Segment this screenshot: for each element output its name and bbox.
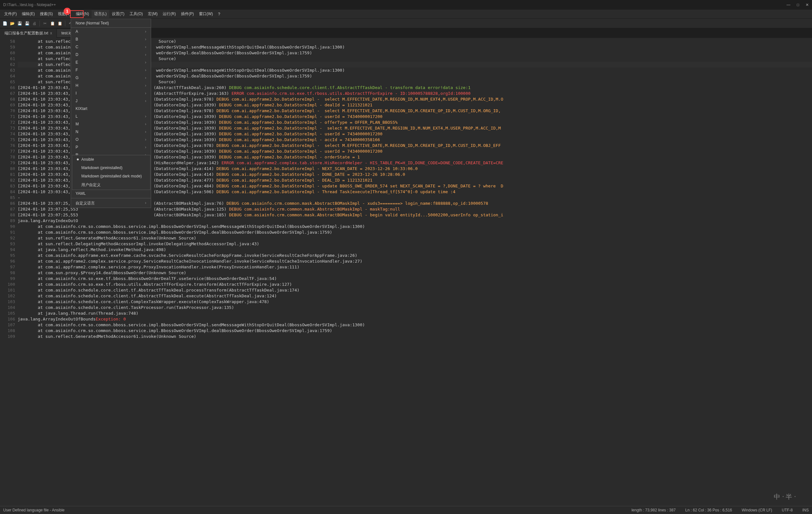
menu-edit[interactable]: 编辑(E): [19, 10, 37, 18]
line-number: 73: [0, 125, 15, 131]
language-letter-a[interactable]: A›: [71, 28, 151, 35]
menu-search[interactable]: 搜索(S): [37, 10, 55, 18]
menu-window[interactable]: 窗口(W): [196, 10, 215, 18]
code-line: at com.asiainfo.crm.so.common.bboss.serv…: [18, 224, 812, 230]
language-letter-l[interactable]: L›: [71, 113, 151, 120]
language-letter-m[interactable]: M›: [71, 120, 151, 128]
code-line: at com.asiainfo.crm.so.exe.tf.rboss.util…: [18, 282, 812, 287]
submenu-ansible[interactable]: Ansible: [72, 155, 150, 164]
language-letter-g[interactable]: G›: [71, 74, 151, 82]
maximize-button[interactable]: □: [797, 3, 799, 7]
line-number: 74: [0, 131, 15, 137]
language-yaml[interactable]: YAML: [71, 190, 151, 197]
open-file-icon[interactable]: 📂: [9, 20, 16, 27]
line-number: 64: [0, 73, 15, 79]
submenu-markdown-dark[interactable]: Markdown (preinstalled dark mode): [72, 172, 150, 180]
menu-run[interactable]: 运行(R): [160, 10, 178, 18]
code-line: at java.lang.reflect.Method.invoke(Metho…: [18, 247, 812, 253]
line-number: 75: [0, 137, 15, 143]
language-letter-j[interactable]: J›: [71, 97, 151, 105]
code-line: at com.asiainfo.schedule.core.client.Com…: [18, 299, 812, 305]
window-title: D:\Tian\...\test.log - Notepad++: [3, 3, 787, 7]
custom-language-submenu: Ansible Markdown (preinstalled) Markdown…: [72, 155, 150, 190]
menu-language[interactable]: 语言(L): [92, 10, 109, 18]
submenu-markdown[interactable]: Markdown (preinstalled): [72, 164, 150, 172]
status-eol: Windows (CR LF): [742, 508, 772, 512]
line-number-gutter: 5859606162636465666768697071727374757677…: [0, 38, 18, 504]
line-number: 86: [0, 201, 15, 206]
copy-icon[interactable]: 📋: [49, 20, 56, 27]
save-icon[interactable]: 💾: [17, 20, 23, 27]
language-letter-c[interactable]: C›: [71, 43, 151, 51]
code-line: at com.asiainfo.crm.so.common.bboss.serv…: [18, 328, 812, 334]
line-number: 87: [0, 206, 15, 212]
tab-config-file[interactable]: 端口报备生产配置数据.txt x: [0, 29, 57, 38]
language-letter-h[interactable]: H›: [71, 82, 151, 89]
language-letter-f[interactable]: F›: [71, 66, 151, 74]
status-length: length : 73,982 lines : 387: [631, 508, 675, 512]
line-number: 103: [0, 299, 15, 305]
menu-bar: 文件(F) 编辑(E) 搜索(S) 视图(V) 编码(N) 语言(L) 设置(T…: [0, 10, 812, 19]
line-number: 89: [0, 218, 15, 224]
code-line: at com.asiainfo.crm.so.common.bboss.serv…: [18, 230, 812, 235]
line-number: 109: [0, 334, 15, 339]
line-number: 108: [0, 328, 15, 334]
menu-help[interactable]: ?: [215, 10, 223, 18]
line-number: 68: [0, 96, 15, 102]
menu-tools[interactable]: 工具(O): [127, 10, 145, 18]
status-encoding: UTF-8: [782, 508, 793, 512]
line-number: 102: [0, 293, 15, 299]
save-all-icon[interactable]: 💾: [24, 20, 30, 27]
submenu-user-defined[interactable]: 用户自定义: [72, 180, 150, 190]
language-letter-n[interactable]: N›: [71, 128, 151, 136]
line-number: 82: [0, 177, 15, 183]
code-line: at com.ai.appframe2.complex.service.prox…: [18, 258, 812, 264]
paste-icon[interactable]: 📋: [57, 20, 63, 27]
line-number: 98: [0, 270, 15, 276]
menu-file[interactable]: 文件(F): [2, 10, 19, 18]
code-line: at com.ai.appframe2.complex.service.prox…: [18, 264, 812, 270]
ime-indicator: 中 ‧ 半 ‧: [774, 492, 796, 501]
language-kixtart[interactable]: KIXtart: [71, 105, 151, 113]
line-number: 92: [0, 235, 15, 241]
bullet-icon: [77, 159, 79, 161]
language-letter-d[interactable]: D›: [71, 51, 151, 58]
menu-separator: [71, 198, 151, 198]
line-number: 80: [0, 166, 15, 172]
language-letter-o[interactable]: O›: [71, 136, 151, 143]
line-number: 70: [0, 108, 15, 114]
line-number: 59: [0, 45, 15, 50]
line-number: 65: [0, 79, 15, 85]
line-number: 91: [0, 230, 15, 235]
line-number: 93: [0, 241, 15, 247]
close-button[interactable]: ✕: [806, 3, 809, 7]
cut-icon[interactable]: ✂: [42, 20, 48, 27]
new-file-icon[interactable]: 📄: [2, 20, 8, 27]
menu-plugins[interactable]: 插件(P): [178, 10, 196, 18]
language-letter-p[interactable]: P›: [71, 143, 151, 151]
language-letter-b[interactable]: B›: [71, 35, 151, 43]
language-letter-e[interactable]: E›: [71, 58, 151, 66]
code-line: at java.lang.Thread.run(Thread.java:748): [18, 311, 812, 316]
minimize-button[interactable]: —: [787, 3, 790, 7]
window-controls: — □ ✕: [787, 3, 809, 7]
code-line: at sun.reflect.GeneratedMethodAccessor61…: [18, 235, 812, 241]
line-number: 61: [0, 56, 15, 62]
line-number: 76: [0, 143, 15, 148]
language-letter-i[interactable]: I›: [71, 89, 151, 97]
code-line: at com.sun.proxy.$Proxy14.dealBbossOweOr…: [18, 270, 812, 276]
line-number: 66: [0, 85, 15, 91]
menu-macro[interactable]: 宏(M): [145, 10, 160, 18]
menu-settings[interactable]: 设置(T): [109, 10, 127, 18]
language-custom[interactable]: 自定义语言›: [71, 199, 151, 208]
toolbar-separator: [39, 21, 40, 26]
status-bar: User Defined language file - Ansible len…: [0, 506, 812, 514]
line-number: 71: [0, 114, 15, 120]
tab-label: 端口报备生产配置数据.txt: [4, 31, 48, 36]
language-none[interactable]: None (Normal Text): [71, 19, 151, 28]
close-tab-icon[interactable]: x: [50, 31, 52, 35]
line-number: 67: [0, 91, 15, 96]
print-icon[interactable]: 🖨: [31, 20, 38, 27]
code-line: at com.asiainfo.schedule.core.client.Tas…: [18, 305, 812, 311]
code-line: at com.asiainfo.appframe.ext.exeframe.ca…: [18, 253, 812, 258]
